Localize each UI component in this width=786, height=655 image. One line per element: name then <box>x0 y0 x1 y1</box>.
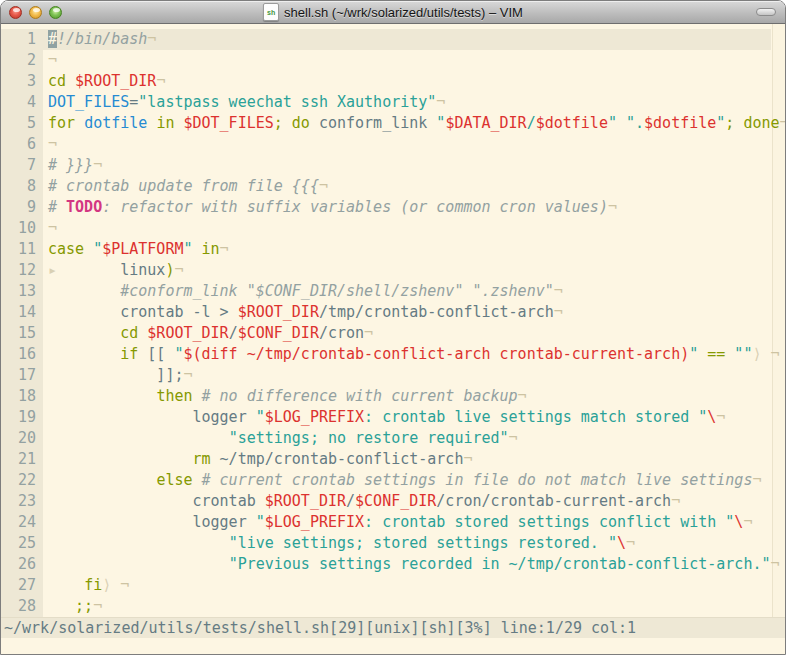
code-text: if [[ "$(diff ~/tmp/crontab-conflict-arc… <box>43 344 780 365</box>
code-text: "live settings; stored settings restored… <box>43 533 771 554</box>
code-text: # }}}¬ <box>43 155 771 176</box>
code-line[interactable]: 10¬ <box>1 218 785 239</box>
code-line[interactable]: 20 "settings; no restore required"¬ <box>1 428 785 449</box>
line-number: 25 <box>1 533 43 554</box>
code-line[interactable]: 28 ;;¬ <box>1 596 785 617</box>
code-text: ;;¬ <box>43 596 771 617</box>
code-text: #!/bin/bash¬ <box>43 29 771 50</box>
line-number: 14 <box>1 302 43 323</box>
line-number: 19 <box>1 407 43 428</box>
code-text: then # no difference with current backup… <box>43 386 771 407</box>
code-line[interactable]: 6¬ <box>1 134 785 155</box>
vim-window: sh shell.sh (~/wrk/solarized/utils/tests… <box>0 0 786 655</box>
line-number: 18 <box>1 386 43 407</box>
code-line[interactable]: 11case "$PLATFORM" in¬ <box>1 239 785 260</box>
code-line[interactable]: 27 fi⟩ ¬ <box>1 575 785 596</box>
code-line[interactable]: 18 then # no difference with current bac… <box>1 386 785 407</box>
title-bar[interactable]: sh shell.sh (~/wrk/solarized/utils/tests… <box>1 1 785 24</box>
code-line[interactable]: 14 crontab -l > $ROOT_DIR/tmp/crontab-co… <box>1 302 785 323</box>
zoom-button[interactable] <box>49 6 62 19</box>
line-number: 10 <box>1 218 43 239</box>
code-line[interactable]: 8# crontab update from file {{{¬ <box>1 176 785 197</box>
line-number: 7 <box>1 155 43 176</box>
line-number: 28 <box>1 596 43 617</box>
code-text: # crontab update from file {{{¬ <box>43 176 771 197</box>
code-area[interactable]: 1#!/bin/bash¬2¬3cd $ROOT_DIR¬4DOT_FILES=… <box>1 24 785 617</box>
line-number: 8 <box>1 176 43 197</box>
code-line[interactable]: 1#!/bin/bash¬ <box>1 29 785 50</box>
line-number: 23 <box>1 491 43 512</box>
code-line[interactable]: 2¬ <box>1 50 785 71</box>
window-title: shell.sh (~/wrk/solarized/utils/tests) –… <box>284 5 523 20</box>
code-text: ¬ <box>43 50 771 71</box>
code-text: logger "$LOG_PREFIX: crontab live settin… <box>43 407 771 428</box>
code-text: cd $ROOT_DIR/$CONF_DIR/cron¬ <box>43 323 771 344</box>
code-line[interactable]: 17 ]];¬ <box>1 365 785 386</box>
vim-command-line[interactable] <box>1 638 785 655</box>
code-line[interactable]: 12▸ linux)¬ <box>1 260 785 281</box>
code-line[interactable]: 23 crontab $ROOT_DIR/$CONF_DIR/cron/cron… <box>1 491 785 512</box>
line-number: 1 <box>1 29 43 50</box>
line-number: 9 <box>1 197 43 218</box>
code-line[interactable]: 25 "live settings; stored settings resto… <box>1 533 785 554</box>
code-text: "Previous settings recorded in ~/tmp/cro… <box>43 554 780 575</box>
code-text: crontab -l > $ROOT_DIR/tmp/crontab-confl… <box>43 302 771 323</box>
document-icon: sh <box>263 3 279 21</box>
code-text: crontab $ROOT_DIR/$CONF_DIR/cron/crontab… <box>43 491 771 512</box>
line-number: 27 <box>1 575 43 596</box>
line-number: 13 <box>1 281 43 302</box>
code-text: DOT_FILES="lastpass weechat ssh Xauthori… <box>43 92 771 113</box>
vim-status-line: ~/wrk/solarized/utils/tests/shell.sh[29]… <box>1 617 785 638</box>
line-number: 4 <box>1 92 43 113</box>
code-text: else # current crontab settings in file … <box>43 470 771 491</box>
code-text: fi⟩ ¬ <box>43 575 771 596</box>
code-line[interactable]: 19 logger "$LOG_PREFIX: crontab live set… <box>1 407 785 428</box>
code-line[interactable]: 21 rm ~/tmp/crontab-conflict-arch¬ <box>1 449 785 470</box>
code-line[interactable]: 24 logger "$LOG_PREFIX: crontab stored s… <box>1 512 785 533</box>
code-line[interactable]: 26 "Previous settings recorded in ~/tmp/… <box>1 554 785 575</box>
code-text: ¬ <box>43 134 771 155</box>
code-text: "settings; no restore required"¬ <box>43 428 771 449</box>
code-text: logger "$LOG_PREFIX: crontab stored sett… <box>43 512 771 533</box>
toolbar-toggle-button[interactable] <box>756 8 776 16</box>
code-line[interactable]: 9# TODO: refactor with suffix variables … <box>1 197 785 218</box>
code-text: #conform_link "$CONF_DIR/shell/zshenv" "… <box>43 281 771 302</box>
code-text: case "$PLATFORM" in¬ <box>43 239 771 260</box>
code-line[interactable]: 4DOT_FILES="lastpass weechat ssh Xauthor… <box>1 92 785 113</box>
cursor: # <box>48 30 57 48</box>
code-text: ▸ linux)¬ <box>43 260 771 281</box>
line-number: 22 <box>1 470 43 491</box>
code-text: rm ~/tmp/crontab-conflict-arch¬ <box>43 449 771 470</box>
line-number: 16 <box>1 344 43 365</box>
code-text: cd $ROOT_DIR¬ <box>43 71 771 92</box>
code-text: # TODO: refactor with suffix variables (… <box>43 197 771 218</box>
line-number: 11 <box>1 239 43 260</box>
code-text: ¬ <box>43 218 771 239</box>
line-number: 15 <box>1 323 43 344</box>
code-line[interactable]: 7# }}}¬ <box>1 155 785 176</box>
code-line[interactable]: 15 cd $ROOT_DIR/$CONF_DIR/cron¬ <box>1 323 785 344</box>
line-number: 12 <box>1 260 43 281</box>
window-controls <box>9 6 62 19</box>
line-number: 26 <box>1 554 43 575</box>
line-number: 20 <box>1 428 43 449</box>
code-text: for dotfile in $DOT_FILES; do conform_li… <box>43 113 786 134</box>
line-number: 2 <box>1 50 43 71</box>
code-line[interactable]: 13 #conform_link "$CONF_DIR/shell/zshenv… <box>1 281 785 302</box>
line-number: 17 <box>1 365 43 386</box>
line-number: 3 <box>1 71 43 92</box>
line-number: 21 <box>1 449 43 470</box>
code-line[interactable]: 5for dotfile in $DOT_FILES; do conform_l… <box>1 113 785 134</box>
code-line[interactable]: 16 if [[ "$(diff ~/tmp/crontab-conflict-… <box>1 344 785 365</box>
line-number: 6 <box>1 134 43 155</box>
code-line[interactable]: 3cd $ROOT_DIR¬ <box>1 71 785 92</box>
line-number: 24 <box>1 512 43 533</box>
code-line[interactable]: 22 else # current crontab settings in fi… <box>1 470 785 491</box>
minimize-button[interactable] <box>29 6 42 19</box>
code-text: ]];¬ <box>43 365 771 386</box>
line-number: 5 <box>1 113 43 134</box>
close-button[interactable] <box>9 6 22 19</box>
